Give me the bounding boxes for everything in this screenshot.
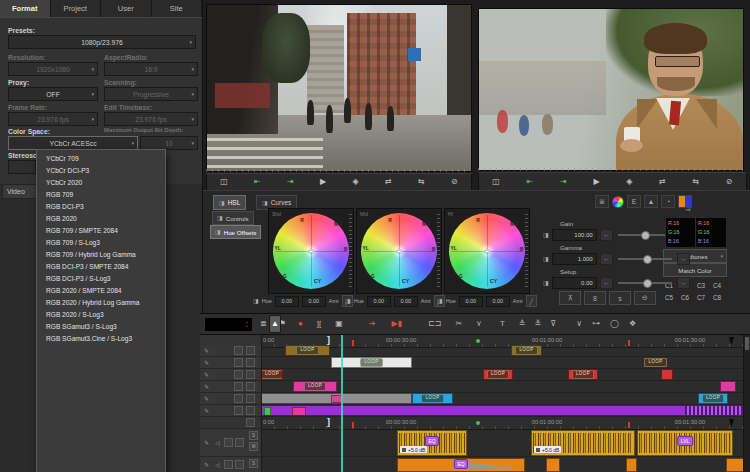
wheel-center-handle[interactable]: + bbox=[485, 247, 490, 256]
amount-value[interactable]: 0.00 bbox=[302, 296, 326, 307]
wheel-center-handle[interactable]: + bbox=[397, 247, 402, 256]
track-enable-toggle[interactable] bbox=[234, 358, 243, 367]
video-clip[interactable] bbox=[661, 369, 673, 380]
source-monitor[interactable] bbox=[206, 4, 472, 172]
eyedropper-icon[interactable]: ╱ bbox=[526, 295, 537, 307]
toggle-icon[interactable]: ◨ bbox=[345, 298, 351, 304]
hand-tool-icon[interactable]: ❖ bbox=[628, 318, 637, 330]
auto-saturation-button[interactable]: s bbox=[609, 291, 631, 305]
colorspace-option[interactable]: RGB 709 / Hybrid Log Gamma bbox=[37, 249, 165, 261]
prev-edit-icon[interactable]: ⇄ bbox=[659, 178, 666, 186]
track-enable-toggle[interactable] bbox=[234, 382, 243, 391]
audio-clip[interactable]: EQ+5.0 dB bbox=[397, 430, 467, 456]
audio-clip[interactable] bbox=[546, 458, 560, 472]
audio-meter-toggle[interactable] bbox=[224, 460, 233, 469]
colorspace-option[interactable]: RGB DCI-P3 / S-Log3 bbox=[37, 273, 165, 285]
mute-video-icon[interactable]: ⊘ bbox=[726, 178, 733, 186]
scrub-strip[interactable] bbox=[478, 168, 745, 171]
colorspace-option[interactable]: RGB 2020 / SMPTE 2084 bbox=[37, 285, 165, 297]
track-target-toggle[interactable] bbox=[246, 418, 255, 427]
audio-clip[interactable]: EQ bbox=[397, 458, 525, 472]
step-left-button[interactable]: ← bbox=[600, 253, 613, 265]
colorspace-option[interactable]: YCbCr 2020 bbox=[37, 177, 165, 189]
video-clip[interactable]: LOOP bbox=[293, 381, 337, 392]
dual-view-icon[interactable]: ◫ bbox=[220, 178, 228, 186]
track-target-toggle[interactable] bbox=[246, 394, 255, 403]
prev-edit-icon[interactable]: ⇄ bbox=[385, 178, 392, 186]
audio-clip[interactable] bbox=[626, 458, 637, 472]
preset-c4[interactable]: C4 bbox=[709, 279, 725, 291]
clock-icon[interactable]: ◔ bbox=[661, 195, 675, 208]
setup-value[interactable]: 0.00 bbox=[552, 277, 597, 289]
tab-hsl[interactable]: ◨HSL bbox=[213, 195, 246, 210]
colorspace-option[interactable]: RGB 709 bbox=[37, 189, 165, 201]
track-enable-toggle[interactable] bbox=[234, 394, 243, 403]
color-wheel[interactable]: RMGBCYGYL+ bbox=[361, 213, 437, 289]
mark-in-icon[interactable]: ⇤ bbox=[254, 178, 261, 186]
slider-knob[interactable] bbox=[641, 231, 650, 240]
colorspace-option[interactable]: YCbCr 709 bbox=[37, 153, 165, 165]
track-target-toggle[interactable] bbox=[246, 382, 255, 391]
presets-select[interactable]: 1080p/23.976▾ bbox=[8, 35, 196, 49]
replace-clip-icon[interactable]: ▶▮ bbox=[390, 318, 403, 330]
mark-out-icon[interactable]: ⇥ bbox=[287, 178, 294, 186]
step-right-button[interactable]: → bbox=[677, 277, 690, 289]
preset-c6[interactable]: C6 bbox=[677, 291, 693, 303]
audio-clip[interactable]: LVL bbox=[637, 430, 733, 456]
mute-button[interactable]: M bbox=[249, 442, 258, 451]
video-clip[interactable]: LOOP bbox=[511, 345, 542, 356]
edit-pencil-icon[interactable]: ✎ bbox=[204, 347, 209, 354]
step-left-button[interactable]: ← bbox=[600, 229, 613, 241]
colorspace-option[interactable]: RGB SGamut3.Cine / S-Log3 bbox=[37, 333, 165, 345]
video-clip[interactable]: LOOP bbox=[698, 393, 728, 404]
loop-icon[interactable]: ◈ bbox=[626, 178, 632, 186]
toggle-icon[interactable]: ◨ bbox=[543, 280, 549, 286]
colorspace-select[interactable]: YCbCr ACEScc▾ bbox=[8, 136, 138, 150]
button-hue-offsets[interactable]: ◨Hue Offsets bbox=[210, 225, 261, 239]
proxy-select[interactable]: OFF▾ bbox=[8, 87, 98, 101]
funnel-icon[interactable]: ⊽ bbox=[549, 318, 557, 330]
wheel-center-handle[interactable]: + bbox=[309, 247, 314, 256]
color-wheel[interactable]: RMGBCYGYL+ bbox=[273, 213, 349, 289]
auto-level-button[interactable]: ⊼ bbox=[559, 291, 581, 305]
colorspace-option[interactable]: RGB 2020 bbox=[37, 213, 165, 225]
record-dot-icon[interactable]: ● bbox=[297, 318, 304, 330]
amount-value[interactable]: 0.00 bbox=[394, 296, 418, 307]
curves-icon[interactable]: E bbox=[627, 195, 641, 208]
reset-button[interactable]: ⊖ bbox=[634, 291, 656, 305]
next-edit-icon[interactable]: ⇆ bbox=[692, 178, 699, 186]
colorspace-option[interactable]: RGB 2020 / S-Log3 bbox=[37, 309, 165, 321]
overwrite-icon[interactable]: ▣ bbox=[334, 318, 344, 330]
trim-mode-icon[interactable]: ][ bbox=[316, 318, 322, 330]
mountain-tool-icon[interactable]: ▲ bbox=[269, 315, 281, 333]
edit-pencil-icon[interactable]: ✎ bbox=[204, 395, 209, 402]
timeline[interactable]: 0:0000:00:30:0000:01:00:0000:01:30:00] 0… bbox=[200, 335, 750, 472]
solo-button[interactable]: S bbox=[249, 459, 258, 468]
track-target-toggle[interactable] bbox=[246, 370, 255, 379]
video-clip[interactable]: LOOP bbox=[483, 369, 513, 380]
list-icon[interactable]: ≣ bbox=[259, 318, 268, 330]
timeline-ruler-video[interactable]: 0:0000:00:30:0000:01:00:0000:01:30:00] bbox=[261, 335, 744, 348]
colorspace-option[interactable]: RGB SGamut3 / S-Log3 bbox=[37, 321, 165, 333]
warning-icon[interactable]: ▲ bbox=[644, 195, 658, 208]
auto-contrast-button[interactable]: 8 bbox=[584, 291, 606, 305]
text-tool-icon[interactable]: T bbox=[499, 318, 506, 330]
color-wheel-icon[interactable] bbox=[612, 196, 624, 208]
edit-pencil-icon[interactable]: ✎ bbox=[204, 407, 209, 414]
program-monitor[interactable] bbox=[478, 8, 744, 171]
speaker-icon[interactable]: ◁ bbox=[215, 461, 220, 468]
track-enable-toggle[interactable] bbox=[234, 346, 243, 355]
video-clip[interactable]: LOOP bbox=[412, 393, 453, 404]
select-v-icon[interactable]: ∨ bbox=[575, 318, 583, 330]
tab-site[interactable]: Site bbox=[152, 0, 203, 17]
align-bottom-icon[interactable]: ≚ bbox=[534, 318, 543, 330]
match-color-button[interactable]: Match Color bbox=[663, 263, 727, 277]
slider-track[interactable] bbox=[618, 282, 672, 284]
hue-value[interactable]: 0.00 bbox=[367, 296, 391, 307]
tab-project[interactable]: Project bbox=[51, 0, 102, 17]
speaker-icon[interactable]: ◁ bbox=[215, 439, 220, 446]
mark-out-icon[interactable]: ⇥ bbox=[560, 178, 567, 186]
align-top-icon[interactable]: ≙ bbox=[518, 318, 527, 330]
razor-icon[interactable]: ✂ bbox=[454, 318, 463, 330]
preset-c7[interactable]: C7 bbox=[693, 291, 709, 303]
